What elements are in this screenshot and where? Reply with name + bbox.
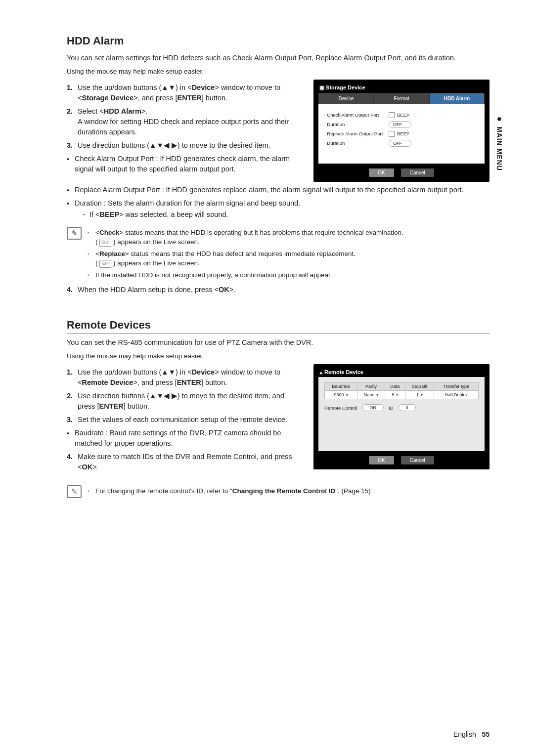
step-text: Use direction buttons (▲▼◀ ▶) to move to…: [78, 140, 270, 151]
chevron-down-icon: ▾: [421, 393, 423, 397]
bullet-check: Check Alarm Output Port : If HDD generat…: [67, 154, 302, 174]
chevron-down-icon: ▾: [376, 393, 378, 397]
step-4: 4. When the HDD Alarm setup is done, pre…: [67, 285, 490, 295]
step-num: 3.: [67, 140, 78, 151]
ok-button[interactable]: OK: [369, 456, 394, 464]
hdd-step4: 4. When the HDD Alarm setup is done, pre…: [67, 285, 490, 295]
rc-id-label: ID: [389, 405, 394, 411]
stopbit-select[interactable]: 1▾: [405, 391, 434, 399]
side-tab: ● MAIN MENU: [494, 114, 504, 171]
th-parity: Parity: [357, 382, 385, 391]
step-2: 2. Select <HDD Alarm>. A window for sett…: [67, 106, 302, 137]
th-data: Data: [385, 382, 405, 391]
step-4: 4. Make sure to match IDs of the DVR and…: [67, 452, 302, 472]
side-tab-dot: ●: [494, 114, 504, 124]
step-num: 1.: [67, 83, 78, 103]
dlg-panel: · Check Alarm Output Port BEEP · Duratio…: [318, 104, 485, 164]
transfer-value: Half Duplex: [434, 391, 479, 399]
row-check-duration: · Duration OFF: [324, 121, 479, 128]
step-text: Use the up/down buttons (▲▼) in <Device>…: [78, 367, 302, 388]
step-num: 1.: [67, 367, 78, 388]
hdd-left: 1. Use the up/down buttons (▲▼) in <Devi…: [67, 80, 302, 177]
beep-checkbox[interactable]: [389, 112, 395, 118]
step-1: 1. Use the up/down buttons (▲▼) in <Devi…: [67, 83, 302, 103]
row-label: · Duration: [324, 122, 389, 127]
note-icon: ✎: [67, 485, 82, 498]
row-check-port: · Check Alarm Output Port BEEP: [324, 112, 479, 118]
rc-label: Remote Control: [324, 405, 357, 411]
remote-two-col: 1. Use the up/down buttons (▲▼) in <Devi…: [67, 364, 490, 475]
footer-lang: English _: [453, 730, 482, 738]
step-text: Make sure to match IDs of the DVR and Re…: [78, 452, 302, 472]
step-text: Use the up/down buttons (▲▼) in <Device>…: [78, 83, 302, 103]
tab-hdd-alarm[interactable]: HDD Alarm: [429, 93, 485, 104]
hdd-bullets-top: Check Alarm Output Port : If HDD generat…: [67, 154, 302, 174]
side-tab-label: MAIN MENU: [495, 126, 503, 171]
step-text: When the HDD Alarm setup is done, press …: [78, 285, 235, 295]
table-row: 9600▾ None▾ 8▾ 1▾ Half Duplex: [325, 391, 479, 399]
step-3: 3. Set the values of each communication …: [67, 415, 302, 425]
rc-on-select[interactable]: ON: [362, 404, 384, 411]
page: ● MAIN MENU HDD Alarm You can set alarm …: [0, 0, 534, 756]
th-stopbit: Stop Bit: [405, 382, 434, 391]
bullet-replace: Replace Alarm Output Port : If HDD gener…: [67, 185, 490, 195]
note-item: ▪ For changing the remote control's ID, …: [88, 486, 371, 496]
note-item: ▪ <Check> status means that the HDD is o…: [88, 228, 403, 247]
th-baudrate: Baudrate: [325, 382, 357, 391]
dlg-footer: OK Cancel: [316, 164, 487, 179]
remote-control-row: Remote Control ON ID 0: [324, 404, 479, 411]
step-3: 3. Use direction buttons (▲▼◀ ▶) to move…: [67, 140, 302, 151]
row-label: · Replace Alarm Output Port: [324, 131, 389, 136]
tab-device[interactable]: Device: [318, 93, 374, 104]
row-label: · Duration: [324, 140, 389, 146]
step-1: 1. Use the up/down buttons (▲▼) in <Devi…: [67, 367, 302, 388]
page-footer: English _55: [453, 730, 490, 738]
parity-select[interactable]: None▾: [357, 391, 385, 399]
remote-dialog-wrap: ⟁ Remote Device Baudrate Parity Data Sto…: [313, 364, 490, 469]
hdd-note-list: ▪ <Check> status means that the HDD is o…: [88, 226, 403, 282]
beep-checkbox[interactable]: [389, 131, 395, 137]
step-num: 2.: [67, 391, 78, 412]
tab-format[interactable]: Format: [374, 93, 429, 104]
hdd-alarm-title: HDD Alarm: [67, 35, 490, 49]
bullet-duration: Duration : Sets the alarm duration for t…: [67, 198, 490, 220]
remote-note-row: ✎ ▪ For changing the remote control's ID…: [67, 484, 490, 498]
beep-label: BEEP: [397, 131, 409, 136]
sub-item: If <BEEP> was selected, a beep will soun…: [83, 210, 300, 219]
baudrate-select[interactable]: 9600▾: [325, 391, 357, 399]
ok-button[interactable]: OK: [369, 168, 394, 177]
step-num: 3.: [67, 415, 78, 425]
note-icon: ✎: [67, 227, 82, 240]
footer-page-number: 55: [482, 730, 490, 738]
cancel-button[interactable]: Cancel: [401, 168, 434, 177]
rc-id-field[interactable]: 0: [399, 404, 416, 411]
chevron-down-icon: ▾: [346, 393, 348, 397]
remote-devices-title: Remote Devices: [67, 319, 490, 334]
hdd-note-row: ✎ ▪ <Check> status means that the HDD is…: [67, 226, 490, 282]
duration-select[interactable]: OFF: [389, 121, 411, 128]
duration-select[interactable]: OFF: [389, 140, 411, 147]
sub-beep: If <BEEP> was selected, a beep will soun…: [75, 210, 300, 219]
storage-device-dialog: ▣ Storage Device Device Format HDD Alarm…: [313, 80, 490, 182]
dlg-footer: OK Cancel: [316, 451, 487, 466]
hdd-intro: You can set alarm settings for HDD defec…: [67, 53, 490, 63]
remote-params-table: Baudrate Parity Data Stop Bit Transfer t…: [324, 382, 479, 399]
note-item: ▪ If the installed HDD is not recognized…: [88, 270, 403, 280]
dlg-panel: Baudrate Parity Data Stop Bit Transfer t…: [318, 377, 485, 451]
step-num: 4.: [67, 285, 78, 295]
dlg-tabs: Device Format HDD Alarm: [318, 93, 485, 104]
cancel-button[interactable]: Cancel: [401, 456, 434, 464]
note-item: ▪ <Replace> status means that the HDD ha…: [88, 249, 403, 268]
remote-note-list: ▪ For changing the remote control's ID, …: [88, 484, 371, 498]
table-header-row: Baudrate Parity Data Stop Bit Transfer t…: [325, 382, 479, 391]
data-select[interactable]: 8▾: [385, 391, 405, 399]
hdd-two-col: 1. Use the up/down buttons (▲▼) in <Devi…: [67, 80, 490, 182]
remote-steps: 1. Use the up/down buttons (▲▼) in <Devi…: [67, 367, 302, 425]
hdd-bullets-bottom: Replace Alarm Output Port : If HDD gener…: [67, 185, 490, 221]
bullet-baud: Baudrate : Baud rate settings of the DVR…: [67, 428, 302, 449]
beep-label: BEEP: [397, 112, 409, 118]
step-text: Use direction buttons (▲▼◀ ▶) to move to…: [78, 391, 302, 412]
step-num: 2.: [67, 106, 78, 137]
remote-mouse-hint: Using the mouse may help make setup easi…: [67, 352, 490, 361]
remote-device-dialog: ⟁ Remote Device Baudrate Parity Data Sto…: [313, 364, 490, 469]
